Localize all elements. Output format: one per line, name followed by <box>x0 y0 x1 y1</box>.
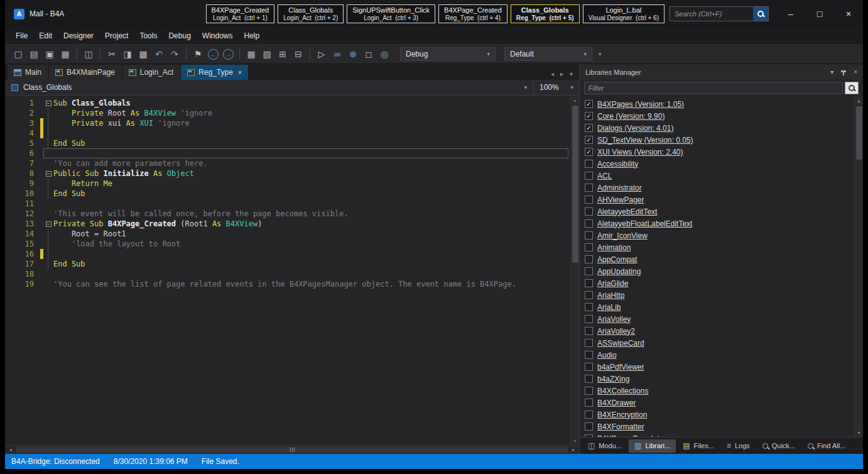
library-checkbox[interactable] <box>585 315 593 323</box>
redo-icon[interactable]: ↷ <box>168 47 182 61</box>
library-checkbox[interactable] <box>585 267 593 275</box>
library-checkbox[interactable] <box>585 363 593 371</box>
file-tab-reg_type[interactable]: Reg_Type× <box>181 65 248 80</box>
code-line[interactable]: 10End Sub <box>5 189 579 199</box>
library-item[interactable]: ✓Dialogs (Version: 4.01) <box>585 122 854 134</box>
library-item[interactable]: AriaLib <box>585 301 854 313</box>
new-icon[interactable]: ▢ <box>11 47 25 61</box>
minimize-button[interactable]: – <box>776 0 805 28</box>
library-checkbox[interactable] <box>585 291 593 299</box>
designer-views-icon[interactable]: ▧ <box>260 47 274 61</box>
code-line[interactable]: 6 <box>5 148 579 158</box>
library-item[interactable]: ✓SD_TextView (Version: 0.05) <box>585 134 854 146</box>
library-checkbox[interactable]: ✓ <box>585 136 593 144</box>
code-line[interactable]: 4 <box>5 128 579 138</box>
scroll-down-icon[interactable]: ▾ <box>571 436 579 445</box>
scroll-left-icon[interactable]: ◂ <box>5 447 16 453</box>
panel-menu-icon[interactable]: ▾ <box>830 69 833 75</box>
bottom-tab-libraries[interactable]: ▥Librari... <box>629 439 676 453</box>
file-tab-main[interactable]: Main <box>8 65 48 80</box>
library-checkbox[interactable] <box>585 231 593 240</box>
library-item[interactable]: B4XCollections <box>585 385 854 397</box>
navigate-forward-icon[interactable]: → <box>223 49 234 60</box>
library-checkbox[interactable]: ✓ <box>585 124 593 132</box>
code-line[interactable]: 9 Return Me <box>5 179 579 189</box>
library-checkbox[interactable] <box>585 243 593 251</box>
fold-collapse-icon[interactable]: − <box>46 221 52 227</box>
library-checkbox[interactable] <box>585 207 593 216</box>
tab-scroll-right-icon[interactable]: ▸ <box>560 70 563 77</box>
library-checkbox[interactable] <box>585 255 593 263</box>
search-input[interactable] <box>670 7 753 21</box>
library-checkbox[interactable]: ✓ <box>585 148 593 156</box>
library-item[interactable]: AletayyebFloatLabelEditText <box>585 218 854 229</box>
build-config-combo[interactable]: Default ▾ <box>504 47 592 61</box>
library-item[interactable]: Animation <box>585 241 854 253</box>
library-item[interactable]: ASSwipeCard <box>585 337 854 349</box>
library-checkbox[interactable] <box>585 279 593 287</box>
code-line[interactable]: 8−Public Sub Initialize As Object <box>5 168 579 179</box>
code-line[interactable]: 16 <box>5 249 579 259</box>
library-item[interactable]: ✓XUI Views (Version: 2.40) <box>585 146 854 158</box>
library-filter-button[interactable] <box>845 82 859 94</box>
library-checkbox[interactable]: ✓ <box>585 112 593 120</box>
library-scroll-thumb[interactable] <box>856 106 862 160</box>
quick-access-button[interactable]: B4XPage_CreatedReg_Type (ctrl + 4) <box>438 4 507 23</box>
scroll-up-icon[interactable]: ▴ <box>571 96 579 104</box>
library-item[interactable]: ACL <box>585 170 854 182</box>
scroll-right-icon[interactable]: ▸ <box>568 447 579 453</box>
scroll-up-icon[interactable]: ▴ <box>855 96 863 105</box>
library-item[interactable]: B4XDrawer <box>585 397 854 409</box>
library-item[interactable]: ✓Core (Version: 9.90) <box>585 110 854 122</box>
fold-collapse-icon[interactable]: − <box>46 171 52 177</box>
library-checkbox[interactable] <box>585 339 593 347</box>
library-filter-input[interactable] <box>584 82 843 94</box>
menu-item-tools[interactable]: Tools <box>134 29 163 43</box>
designer-script-icon[interactable]: ⊟ <box>291 47 305 61</box>
menu-item-help[interactable]: Help <box>239 29 266 43</box>
library-item[interactable]: AriaGlide <box>585 277 854 289</box>
horizontal-scroll-track[interactable] <box>16 446 568 454</box>
library-item[interactable]: B4XEncryption <box>585 409 854 421</box>
bookmark-icon[interactable]: ⚑ <box>191 47 205 61</box>
bottom-tab-find-all[interactable]: Find All... <box>802 439 851 453</box>
library-checkbox[interactable] <box>585 196 593 204</box>
tab-list-icon[interactable]: ▾ <box>570 70 573 77</box>
library-item[interactable]: Amir_IconView <box>585 229 854 241</box>
designer-anchor-icon[interactable]: ⊞ <box>276 47 290 61</box>
library-item[interactable]: Administrator <box>585 182 854 194</box>
code-line[interactable]: 11 <box>5 199 579 209</box>
code-editor[interactable]: 1−Sub Class_Globals2 Private Root As B4X… <box>5 96 579 445</box>
maximize-button[interactable]: □ <box>805 0 834 28</box>
library-item[interactable]: b4aZXing <box>585 373 854 385</box>
menu-item-designer[interactable]: Designer <box>58 29 99 43</box>
run-icon[interactable]: ▷ <box>315 47 328 61</box>
library-checkbox[interactable] <box>585 172 593 180</box>
quick-access-button[interactable]: SignUPSwiftButton_ClickLogin_Act (ctrl +… <box>347 4 435 23</box>
library-item[interactable]: AriaHttp <box>585 289 854 301</box>
code-line[interactable]: 19'You can see the list of page related … <box>5 279 579 289</box>
copy-icon[interactable]: ◨ <box>121 47 134 61</box>
stop-icon[interactable]: ◻ <box>362 47 376 61</box>
zoom-combo[interactable]: 100% ▾ <box>534 80 579 95</box>
library-item[interactable]: B4XFormatter <box>585 421 854 433</box>
bottom-tab-modules[interactable]: ◫Modu... <box>582 439 627 453</box>
save-all-icon[interactable]: ▦ <box>58 47 72 61</box>
cut-icon[interactable]: ✂ <box>105 47 119 61</box>
code-line[interactable]: 12'This event will be called once, befor… <box>5 209 579 219</box>
library-checkbox[interactable] <box>585 327 593 335</box>
library-checkbox[interactable] <box>585 219 593 228</box>
file-tab-login_act[interactable]: Login_Act <box>122 65 180 80</box>
library-item[interactable]: AriaVolley2 <box>585 325 854 337</box>
menu-item-file[interactable]: File <box>10 29 33 43</box>
code-line[interactable]: 2 Private Root As B4XView 'ignore <box>5 108 579 118</box>
library-item[interactable]: AletayyebEditText <box>585 206 854 218</box>
library-checkbox[interactable] <box>585 160 593 168</box>
library-item[interactable]: b4aPdfViewer <box>585 361 854 373</box>
connect-device-icon[interactable]: ⊛ <box>346 47 360 61</box>
library-checkbox[interactable] <box>585 434 593 437</box>
code-line[interactable]: 3 Private xui As XUI 'ignore <box>5 118 579 128</box>
bottom-tab-logs[interactable]: ≡Logs <box>721 439 756 453</box>
pin-icon[interactable] <box>840 69 847 75</box>
library-item[interactable]: Accessibility <box>585 158 854 170</box>
